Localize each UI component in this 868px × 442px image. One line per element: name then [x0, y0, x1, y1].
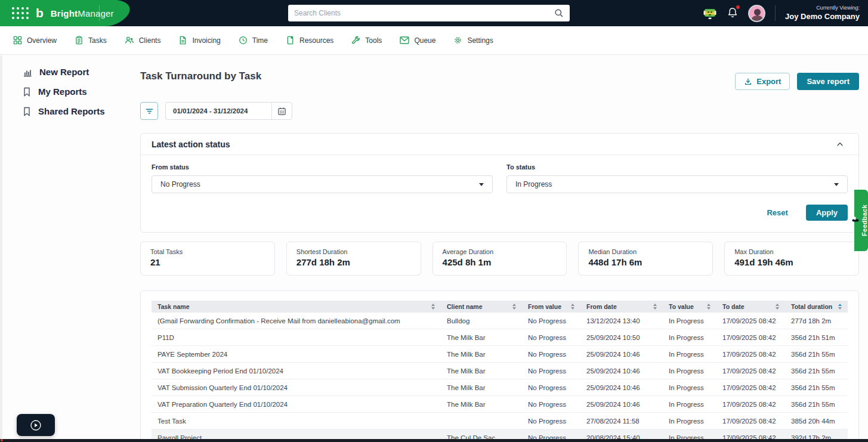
notifications-bell-icon[interactable]	[727, 7, 739, 20]
to-status-field: To status In Progress	[506, 163, 848, 193]
collapse-chevron-icon[interactable]	[836, 140, 844, 149]
search-icon[interactable]	[554, 8, 564, 18]
table-cell: In Progress	[663, 379, 716, 395]
search-input[interactable]	[294, 9, 554, 17]
sort-icon[interactable]	[431, 304, 435, 310]
nav-item-overview[interactable]: Overview	[13, 36, 57, 45]
stats-row: Total Tasks 21 Shortest Duration 277d 18…	[140, 242, 859, 276]
sort-icon[interactable]	[776, 304, 779, 310]
filter-button[interactable]	[140, 102, 158, 120]
table-cell: VAT Preparation Quarterly End 01/10/2024	[152, 396, 441, 412]
sidebar-item-shared-reports[interactable]: Shared Reports	[0, 101, 140, 121]
sort-icon[interactable]	[838, 304, 842, 310]
table-cell: Test Task	[152, 413, 441, 429]
export-button[interactable]: Export	[735, 73, 790, 90]
page-icon	[286, 36, 295, 45]
apply-button[interactable]: Apply	[806, 205, 848, 221]
table-cell: 356d 21h 51m	[785, 329, 848, 345]
bookmark-icon	[23, 87, 31, 97]
to-status-select[interactable]: In Progress	[506, 175, 848, 193]
clock-icon	[239, 36, 248, 45]
table-row[interactable]: VAT Preparation Quarterly End 01/10/2024…	[152, 396, 848, 413]
currently-viewing[interactable]: Currently Viewing: Joy Demo Company	[785, 5, 863, 21]
panel-body: From status No Progress To status In Pro…	[141, 155, 858, 193]
column-header-total-duration[interactable]: Total duration	[785, 301, 848, 313]
nav-item-queue[interactable]: Queue	[400, 36, 435, 45]
table-cell: In Progress	[663, 396, 716, 412]
sidebar-item-label: My Reports	[38, 86, 87, 97]
latest-action-status-panel: Latest action status From status No Prog…	[140, 133, 859, 233]
gear-icon	[453, 36, 462, 45]
reset-button[interactable]: Reset	[767, 208, 787, 217]
feedback-tab[interactable]: Feedback	[854, 190, 868, 251]
sort-icon[interactable]	[512, 304, 516, 310]
table-row[interactable]: P11DThe Milk BarNo Progress25/09/2024 10…	[152, 329, 848, 346]
table-row[interactable]: VAT Bookkeeping Period End 01/10/2024The…	[152, 363, 848, 379]
panel-actions: Reset Apply	[767, 205, 848, 221]
table-cell: 17/09/2025 08:42	[716, 413, 785, 429]
play-circle-icon	[30, 419, 42, 431]
nav-item-resources[interactable]: Resources	[286, 36, 333, 45]
nav-item-tasks[interactable]: Tasks	[75, 36, 107, 45]
column-header-task-name[interactable]: Task name	[152, 301, 441, 313]
table-cell: 356d 21h 55m	[785, 346, 848, 362]
table-cell: P11D	[152, 329, 441, 345]
sort-icon[interactable]	[571, 304, 574, 310]
bottom-edge-bar	[0, 439, 868, 442]
sort-icon[interactable]	[653, 304, 657, 310]
from-status-select[interactable]: No Progress	[152, 175, 493, 193]
panel-title: Latest action status	[152, 140, 230, 149]
main-nav: Overview Tasks Clients Invoicing Time Re…	[0, 26, 868, 55]
table-cell: In Progress	[663, 329, 716, 345]
stat-value: 21	[150, 257, 265, 267]
nav-item-tools[interactable]: Tools	[351, 36, 382, 45]
to-status-value: In Progress	[515, 180, 552, 188]
stat-value: 277d 18h 2m	[296, 257, 411, 267]
brightmanager-app: b BrightManager	[0, 0, 868, 442]
column-header-from-date[interactable]: From date	[580, 301, 663, 313]
nav-label: Invoicing	[192, 36, 220, 45]
table-cell: In Progress	[663, 363, 716, 379]
nav-item-settings[interactable]: Settings	[453, 36, 493, 45]
table-cell: 27/08/2024 11:58	[580, 413, 663, 429]
date-range-picker[interactable]: 01/01/2024 - 31/12/2024	[165, 102, 292, 120]
table-cell: 385d 20h 44m	[785, 413, 848, 429]
save-report-button[interactable]: Save report	[797, 73, 859, 90]
stat-card-median-duration: Median Duration 448d 17h 6m	[578, 242, 713, 276]
nav-item-time[interactable]: Time	[239, 36, 268, 45]
table-cell: Bulldog	[441, 313, 522, 329]
table-cell: 356d 21h 55m	[785, 396, 848, 412]
caret-down-icon	[479, 183, 484, 186]
table-row[interactable]: VAT Submission Quarterly End 01/10/2024T…	[152, 379, 848, 396]
nav-item-invoicing[interactable]: Invoicing	[178, 36, 220, 45]
calendar-icon[interactable]	[271, 103, 292, 119]
page-title: Task Turnaround by Task	[140, 70, 261, 82]
currently-viewing-label: Currently Viewing:	[785, 5, 860, 11]
column-header-from-value[interactable]: From value	[522, 301, 580, 313]
table-row[interactable]: (Gmail Forwarding Confirmation - Receive…	[152, 313, 848, 329]
table-row[interactable]: Test TaskNo Progress27/08/2024 11:58In P…	[152, 413, 848, 429]
column-header-to-date[interactable]: To date	[716, 301, 785, 313]
user-avatar[interactable]	[748, 5, 765, 22]
column-header-label: To date	[722, 303, 745, 310]
chatbot-icon[interactable]	[703, 6, 717, 20]
nav-label: Time	[252, 36, 268, 45]
table-cell: 17/09/2025 08:42	[716, 363, 785, 379]
sidebar-item-my-reports[interactable]: My Reports	[0, 82, 140, 101]
column-header-client-name[interactable]: Client name	[441, 301, 522, 313]
stat-card-total-tasks: Total Tasks 21	[140, 242, 275, 276]
sort-icon[interactable]	[707, 304, 711, 310]
to-status-label: To status	[506, 163, 848, 171]
video-play-button[interactable]	[17, 414, 55, 436]
app-launcher-icon[interactable]	[12, 7, 29, 19]
table-row[interactable]: PAYE September 2024The Milk BarNo Progre…	[152, 346, 848, 363]
nav-label: Settings	[467, 36, 493, 45]
sidebar-item-new-report[interactable]: New Report	[0, 62, 140, 82]
nav-label: Tools	[365, 36, 382, 45]
nav-item-clients[interactable]: Clients	[125, 36, 161, 45]
clipboard-icon	[75, 36, 84, 45]
top-bar: b BrightManager	[0, 0, 868, 26]
table-cell: 277d 18h 2m	[785, 313, 848, 329]
column-header-to-value[interactable]: To value	[663, 301, 716, 313]
column-header-label: From value	[528, 303, 561, 310]
